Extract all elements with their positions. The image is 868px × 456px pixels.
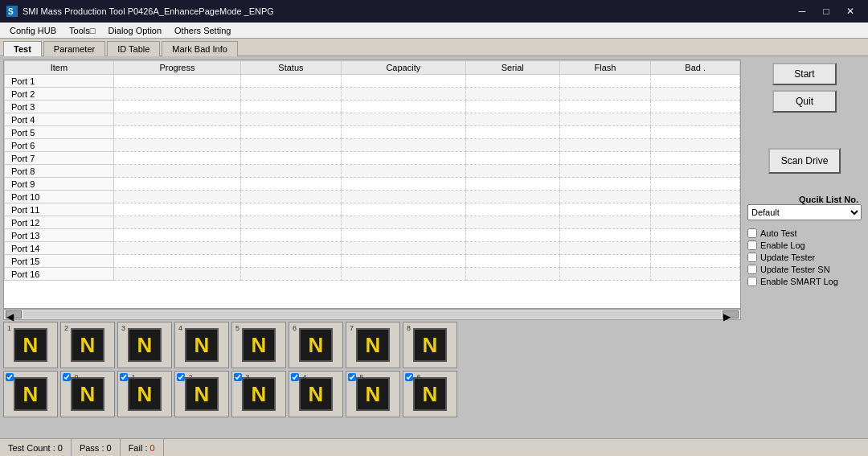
n-icon: N xyxy=(299,377,333,411)
svg-text:S: S xyxy=(8,7,14,16)
tab-bar: Test Parameter ID Table Mark Bad Info xyxy=(0,39,868,56)
menu-bar: Config HUB Tools□ Dialog Option Others S… xyxy=(0,23,868,39)
table-row: Port 2 xyxy=(5,88,740,101)
table-row: Port 10 xyxy=(5,191,740,203)
port-card[interactable]: 2N xyxy=(60,322,115,368)
scan-drive-button[interactable]: Scan Drive xyxy=(768,148,841,174)
n-icon: N xyxy=(299,328,333,362)
quick-list-select[interactable]: Default xyxy=(747,204,862,220)
n-icon: N xyxy=(413,377,447,411)
checkbox-item: Update Tester SN xyxy=(747,265,862,274)
port-table-container[interactable]: Item Progress Status Capacity Serial Fla… xyxy=(3,60,741,309)
menu-tools[interactable]: Tools□ xyxy=(63,24,101,37)
n-icon: N xyxy=(185,328,219,362)
quit-button[interactable]: Quit xyxy=(772,90,837,113)
table-row: Port 5 xyxy=(5,126,740,139)
port-checkbox[interactable] xyxy=(348,373,356,381)
close-button[interactable]: ✕ xyxy=(839,2,862,20)
port-card[interactable]: .4N xyxy=(289,371,343,417)
scroll-left-btn[interactable]: ◀ xyxy=(6,310,22,318)
port-card[interactable]: 8N xyxy=(403,322,457,368)
n-icon: N xyxy=(242,328,276,362)
port-grid-area: 1N2N3N4N5N6N7N8N N.0N.1N.2N.3N.4N.5N.6N xyxy=(3,320,741,419)
port-card[interactable]: N xyxy=(3,371,58,417)
n-icon: N xyxy=(128,328,162,362)
table-row: Port 12 xyxy=(5,216,740,229)
checkbox-item: Enable SMART Log xyxy=(747,277,862,286)
table-row: Port 7 xyxy=(5,152,740,165)
port-card[interactable]: 5N xyxy=(231,322,286,368)
status-fail: Fail : 0 xyxy=(121,439,164,456)
port-card[interactable]: .0N xyxy=(60,371,115,417)
port-card[interactable]: .3N xyxy=(231,371,286,417)
port-card[interactable]: 4N xyxy=(174,322,229,368)
checkbox-auto-test[interactable] xyxy=(747,228,757,238)
main-content: Item Progress Status Capacity Serial Fla… xyxy=(0,56,868,438)
center-area: Item Progress Status Capacity Serial Fla… xyxy=(3,60,741,435)
port-card[interactable]: .1N xyxy=(117,371,172,417)
col-flash: Flash xyxy=(559,61,651,75)
tab-id-table[interactable]: ID Table xyxy=(107,41,160,56)
n-icon: N xyxy=(128,377,162,411)
n-icon: N xyxy=(413,328,447,362)
port-checkbox[interactable] xyxy=(405,373,413,381)
port-card[interactable]: .5N xyxy=(346,371,400,417)
n-icon: N xyxy=(71,328,104,362)
port-checkbox[interactable] xyxy=(120,373,128,381)
col-progress: Progress xyxy=(113,61,240,75)
checkbox-item: Enable Log xyxy=(747,240,862,250)
table-row: Port 9 xyxy=(5,178,740,191)
table-row: Port 14 xyxy=(5,242,740,255)
port-card[interactable]: 1N xyxy=(3,322,58,368)
n-icon: N xyxy=(14,328,47,362)
status-extra xyxy=(164,439,868,456)
port-card[interactable]: 3N xyxy=(117,322,172,368)
tab-parameter[interactable]: Parameter xyxy=(43,41,105,56)
maximize-button[interactable]: □ xyxy=(815,2,837,20)
right-panel: Start Quit Scan Drive Qucik List No. Def… xyxy=(744,60,865,435)
port-checkbox[interactable] xyxy=(63,373,71,381)
port-checkbox[interactable] xyxy=(6,373,14,381)
port-card[interactable]: 6N xyxy=(289,322,343,368)
scroll-right-btn[interactable]: ▶ xyxy=(723,310,739,318)
port-card[interactable]: .6N xyxy=(403,371,457,417)
status-pass: Pass : 0 xyxy=(72,439,121,456)
col-capacity: Capacity xyxy=(341,61,465,75)
port-card[interactable]: 7N xyxy=(346,322,400,368)
port-checkbox[interactable] xyxy=(291,373,299,381)
port-checkbox[interactable] xyxy=(234,373,242,381)
table-row: Port 15 xyxy=(5,255,740,268)
menu-dialog-option[interactable]: Dialog Option xyxy=(101,24,168,37)
window-controls: ─ □ ✕ xyxy=(791,2,862,20)
table-row: Port 16 xyxy=(5,268,740,281)
checkbox-item: Update Tester xyxy=(747,253,862,262)
start-button[interactable]: Start xyxy=(772,63,837,85)
port-checkbox[interactable] xyxy=(177,373,185,381)
menu-others-setting[interactable]: Others Setting xyxy=(168,24,237,37)
checkbox-enable-smart-log[interactable] xyxy=(747,277,757,286)
col-status: Status xyxy=(241,61,342,75)
checkbox-update-tester-sn[interactable] xyxy=(747,265,757,274)
col-bad: Bad . xyxy=(651,61,740,75)
minimize-button[interactable]: ─ xyxy=(791,2,813,20)
status-test-count: Test Count : 0 xyxy=(0,439,72,456)
col-item: Item xyxy=(5,61,114,75)
title-bar: S SMI Mass Production Tool P0426A_Enhanc… xyxy=(0,0,868,23)
menu-config-hub[interactable]: Config HUB xyxy=(3,24,63,37)
table-row: Port 13 xyxy=(5,229,740,242)
table-row: Port 11 xyxy=(5,203,740,216)
checkbox-update-tester[interactable] xyxy=(747,253,757,262)
action-buttons: Start Quit xyxy=(747,63,862,113)
n-icon: N xyxy=(71,377,104,411)
tab-mark-bad-info[interactable]: Mark Bad Info xyxy=(162,41,237,56)
checkbox-item: Auto Test xyxy=(747,228,862,238)
n-icon: N xyxy=(356,328,390,362)
checkbox-enable-log[interactable] xyxy=(747,240,757,250)
tab-test[interactable]: Test xyxy=(3,41,42,56)
status-bar: Test Count : 0 Pass : 0 Fail : 0 xyxy=(0,438,868,456)
port-card[interactable]: .2N xyxy=(174,371,229,417)
table-row: Port 8 xyxy=(5,165,740,178)
quick-list-area: Qucik List No. Default xyxy=(747,195,862,220)
table-row: Port 6 xyxy=(5,139,740,152)
port-table: Item Progress Status Capacity Serial Fla… xyxy=(4,60,740,281)
